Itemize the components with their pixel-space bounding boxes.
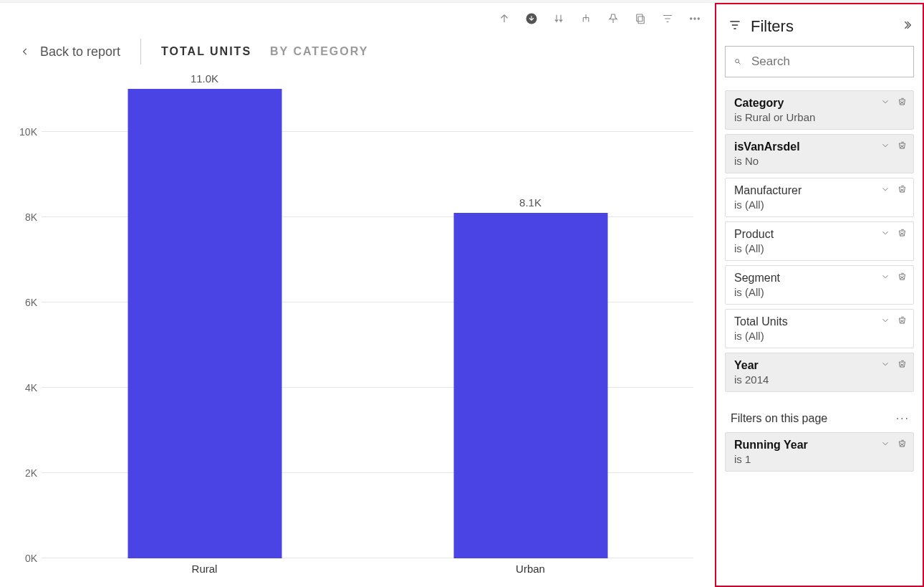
more-options-icon[interactable] xyxy=(688,11,702,26)
filter-applied-icon[interactable] xyxy=(660,11,675,26)
drill-up-icon[interactable] xyxy=(497,11,511,26)
filter-card-total-units[interactable]: Total Unitsis (All) xyxy=(725,309,914,348)
filter-value: is (All) xyxy=(734,199,906,211)
bar-column: 8.1K xyxy=(367,89,693,558)
page-section-label: Filters on this page xyxy=(731,412,827,425)
svg-point-6 xyxy=(736,59,739,63)
filter-card-segment[interactable]: Segmentis (All) xyxy=(725,265,914,305)
svg-point-4 xyxy=(694,18,696,19)
clear-filter-icon[interactable] xyxy=(897,228,908,241)
tab-by-category[interactable]: BY CATEGORY xyxy=(270,45,368,58)
chevron-down-icon[interactable] xyxy=(880,140,890,153)
bar-chart: 0K2K4K6K8K10K11.0K8.1K RuralUrban xyxy=(6,89,693,580)
filter-value: is 2014 xyxy=(734,373,906,386)
search-input[interactable] xyxy=(750,54,905,70)
clear-filter-icon[interactable] xyxy=(897,439,908,452)
report-canvas: Back to report TOTAL UNITS BY CATEGORY 0… xyxy=(0,3,715,587)
x-tick-label: Urban xyxy=(367,558,693,580)
drill-tabs: TOTAL UNITS BY CATEGORY xyxy=(161,45,368,58)
filter-value: is (All) xyxy=(734,242,906,254)
chevron-down-icon[interactable] xyxy=(880,97,890,110)
filter-value: is Rural or Urban xyxy=(734,111,906,123)
chevron-down-icon[interactable] xyxy=(880,228,890,241)
filter-card-year[interactable]: Yearis 2014 xyxy=(725,353,914,392)
data-label: 11.0K xyxy=(191,72,218,85)
svg-point-3 xyxy=(690,18,692,19)
search-icon xyxy=(734,55,741,68)
clear-filter-icon[interactable] xyxy=(897,272,908,285)
y-tick-label: 0K xyxy=(7,553,37,564)
filters-title: Filters xyxy=(751,17,892,36)
clear-filter-icon[interactable] xyxy=(897,359,908,372)
clear-filter-icon[interactable] xyxy=(897,184,908,197)
chevron-down-icon[interactable] xyxy=(880,315,890,328)
divider xyxy=(140,39,141,65)
filters-search[interactable] xyxy=(725,46,914,77)
bar-rural[interactable]: 11.0K xyxy=(127,89,281,558)
y-tick-label: 4K xyxy=(7,382,37,393)
chevron-down-icon[interactable] xyxy=(880,272,890,285)
filter-value: is 1 xyxy=(734,453,906,465)
y-tick-label: 8K xyxy=(7,211,37,223)
chevron-down-icon[interactable] xyxy=(880,439,890,452)
filter-card-product[interactable]: Productis (All) xyxy=(725,221,914,261)
back-label: Back to report xyxy=(40,44,120,59)
back-to-report-button[interactable]: Back to report xyxy=(20,44,120,59)
visual-toolbar xyxy=(497,11,702,26)
page-section-more-icon[interactable]: ··· xyxy=(896,412,910,425)
collapse-pane-icon[interactable] xyxy=(901,19,913,34)
filter-card-isvanarsdel[interactable]: isVanArsdelis No xyxy=(725,134,914,173)
filter-value: is (All) xyxy=(734,286,906,298)
clear-filter-icon[interactable] xyxy=(897,97,908,110)
filter-value: is No xyxy=(734,155,906,167)
pin-icon[interactable] xyxy=(606,11,620,26)
svg-rect-2 xyxy=(637,14,643,22)
svg-rect-1 xyxy=(638,16,644,24)
filters-icon xyxy=(728,18,742,35)
x-tick-label: Rural xyxy=(42,558,367,580)
bar-urban[interactable]: 8.1K xyxy=(453,213,607,558)
chevron-down-icon[interactable] xyxy=(880,184,890,197)
next-level-icon[interactable] xyxy=(552,11,566,26)
data-label: 8.1K xyxy=(519,196,542,209)
filters-on-this-page-header: Filters on this page ··· xyxy=(722,396,917,432)
filter-card-category[interactable]: Categoryis Rural or Urban xyxy=(725,90,914,130)
y-tick-label: 6K xyxy=(7,297,37,308)
clear-filter-icon[interactable] xyxy=(897,140,908,153)
svg-point-5 xyxy=(698,18,699,19)
drill-down-on-icon[interactable] xyxy=(524,11,539,26)
filter-card-manufacturer[interactable]: Manufactureris (All) xyxy=(725,178,914,217)
expand-level-icon[interactable] xyxy=(579,11,593,26)
tab-total-units[interactable]: TOTAL UNITS xyxy=(161,45,251,58)
y-tick-label: 10K xyxy=(7,126,37,138)
filter-card-running-year[interactable]: Running Yearis 1 xyxy=(725,432,914,472)
copy-icon[interactable] xyxy=(633,11,648,26)
filter-value: is (All) xyxy=(734,330,906,342)
y-tick-label: 2K xyxy=(7,467,37,479)
bar-column: 11.0K xyxy=(42,89,367,558)
chevron-down-icon[interactable] xyxy=(880,359,890,372)
clear-filter-icon[interactable] xyxy=(897,315,908,328)
filters-pane: Filters Categoryis Rural or UrbanisVanAr… xyxy=(715,3,924,587)
